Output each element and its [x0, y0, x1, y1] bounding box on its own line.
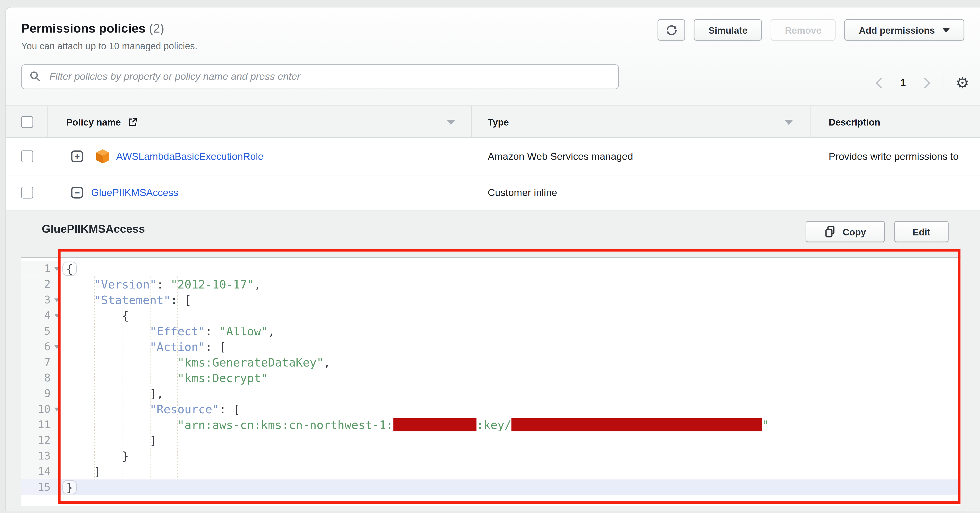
code-token: "	[762, 418, 768, 431]
line-number: 9	[21, 386, 60, 401]
row-checkbox[interactable]	[21, 187, 33, 199]
settings-button gear-icon[interactable]: ⚙	[956, 76, 969, 91]
previous-page-button chevron-left-icon[interactable]	[876, 78, 886, 89]
code-token	[66, 340, 150, 353]
code-line-13[interactable]: 13 }	[21, 448, 960, 464]
code-line-12[interactable]: 12 ]	[21, 432, 960, 448]
code-line-1[interactable]: 1{	[21, 261, 960, 276]
code-line-10[interactable]: 10 "Resource": [	[21, 401, 960, 417]
code-line-3[interactable]: 3 "Statement": [	[21, 292, 960, 308]
column-description-label: Description	[829, 116, 880, 127]
code-line-6[interactable]: 6 "Action": [	[21, 339, 960, 354]
fold-caret-icon[interactable]	[54, 345, 59, 349]
column-type-label: Type	[488, 116, 509, 127]
code-token: :	[157, 278, 170, 291]
row-checkbox[interactable]	[21, 151, 33, 162]
code-token: : [	[219, 403, 240, 416]
next-page-button chevron-right-icon[interactable]	[920, 78, 931, 89]
panel-header: Permissions policies (2) You can attach …	[6, 8, 980, 106]
detail-action-buttons: Copy Edit	[806, 221, 948, 242]
remove-button[interactable]: Remove	[771, 19, 836, 41]
copy-button[interactable]: Copy	[806, 221, 885, 242]
code-token: "kms:GenerateDataKey"	[178, 356, 324, 369]
policy-link[interactable]: AWSLambdaBasicExecutionRole	[116, 151, 264, 162]
line-number: 13	[21, 448, 60, 464]
code-token: ]	[66, 434, 157, 447]
fold-caret-icon[interactable]	[54, 314, 59, 318]
code-token: ],	[66, 387, 164, 400]
code-token	[66, 372, 178, 384]
code-token: }	[62, 480, 77, 494]
collapse-toggle minus-icon[interactable]: −	[71, 187, 83, 199]
add-permissions-label: Add permissions	[859, 25, 935, 35]
fold-caret-icon[interactable]	[54, 267, 59, 271]
policies-table: Policy name Type Description	[6, 105, 980, 210]
line-number: 5	[21, 323, 60, 339]
line-number: 14	[21, 464, 60, 479]
policy-detail-panel: GluePIIKMSAccess Copy Edit	[6, 210, 980, 511]
edit-button[interactable]: Edit	[894, 221, 949, 242]
chevron-down-icon	[942, 28, 950, 32]
code-line-14[interactable]: 14 ]	[21, 464, 960, 479]
select-all-cell	[6, 106, 48, 137]
type-value: Amazon Web Services managed	[488, 151, 633, 162]
column-type[interactable]: Type	[472, 106, 811, 137]
code-token: ,	[254, 278, 261, 291]
code-token: "Action"	[150, 340, 205, 353]
description-cell: Provides write permissions to	[811, 138, 980, 175]
code-token	[66, 356, 178, 369]
code-line-11[interactable]: 11 "arn:aws-cn:kms:cn-northwest-1::key/"	[21, 417, 960, 432]
header-action-buttons: Simulate Remove Add permissions	[658, 19, 964, 41]
code-line-2[interactable]: 2 "Version": "2012-10-17",	[21, 276, 960, 292]
code-token: :key/	[477, 418, 511, 431]
sort-descending-icon[interactable]	[784, 120, 793, 125]
code-token	[66, 294, 94, 307]
type-cell: Amazon Web Services managed	[472, 138, 811, 175]
description-value: Provides write permissions to	[829, 151, 959, 162]
table-header-row: Policy name Type Description	[6, 105, 980, 138]
redaction-box	[393, 418, 477, 431]
copy-icon	[824, 225, 836, 238]
column-description: Description	[811, 106, 980, 137]
fold-caret-icon[interactable]	[54, 408, 59, 411]
aws-managed-cube-icon	[95, 148, 110, 164]
expand-toggle plus-icon[interactable]: +	[71, 151, 83, 162]
row-select-cell	[6, 175, 48, 210]
code-token: "arn:aws-cn:kms:cn-northwest-1:	[178, 418, 393, 431]
column-policy-name[interactable]: Policy name	[48, 106, 472, 137]
fold-caret-icon[interactable]	[54, 298, 59, 302]
filter-policies-input[interactable]	[21, 64, 619, 89]
code-line-5[interactable]: 5 "Effect": "Allow",	[21, 323, 960, 339]
code-token: {	[66, 309, 129, 322]
line-number: 11	[21, 417, 60, 432]
line-number: 10	[21, 401, 60, 417]
refresh-button[interactable]	[658, 19, 686, 41]
code-token: "Allow"	[219, 325, 268, 338]
code-token: "Statement"	[94, 294, 170, 307]
add-permissions-button[interactable]: Add permissions	[845, 19, 964, 41]
code-token	[66, 325, 150, 338]
line-number: 2	[21, 276, 60, 292]
code-token: }	[66, 449, 129, 463]
code-line-9[interactable]: 9 ],	[21, 386, 960, 401]
line-number: 8	[21, 370, 60, 386]
code-line-7[interactable]: 7 "kms:GenerateDataKey",	[21, 354, 960, 370]
policy-link[interactable]: GluePIIKMSAccess	[91, 187, 178, 198]
sort-descending-icon[interactable]	[447, 120, 455, 125]
redaction-box	[511, 418, 762, 431]
permissions-policies-panel: Permissions policies (2) You can attach …	[5, 7, 980, 511]
line-number: 4	[21, 308, 60, 323]
code-token: {	[62, 262, 77, 276]
select-all-checkbox[interactable]	[21, 116, 33, 127]
policy-json-editor[interactable]: 1{2 "Version": "2012-10-17",3 "Statement…	[21, 257, 960, 506]
policy-count: (2)	[149, 21, 164, 35]
line-number: 15	[21, 479, 60, 495]
code-line-4[interactable]: 4 {	[21, 308, 960, 323]
simulate-button[interactable]: Simulate	[694, 19, 762, 41]
page-title-wrap: Permissions policies (2)	[21, 21, 164, 35]
code-line-8[interactable]: 8 "kms:Decrypt"	[21, 370, 960, 386]
code-line-15[interactable]: 15}	[21, 479, 960, 495]
policy-detail-heading: GluePIIKMSAccess	[42, 223, 145, 236]
code-token: ]	[66, 465, 101, 478]
code-token: : [	[205, 340, 226, 353]
